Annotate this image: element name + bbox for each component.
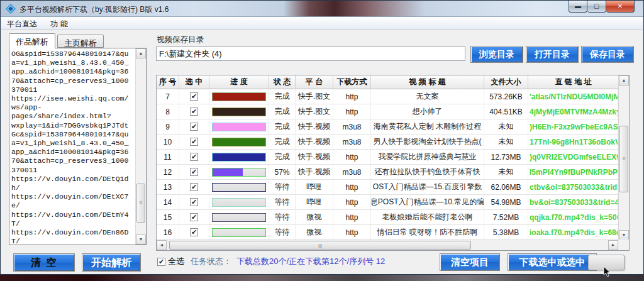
row-title: 想小帅了 xyxy=(371,104,484,119)
row-status: 等待 xyxy=(269,195,296,209)
progress-bar xyxy=(212,183,266,192)
progress-bar xyxy=(212,153,266,162)
row-seq: 13 xyxy=(157,180,179,194)
table-row[interactable]: 11 ✔ 完成 快手.视频 http 我爱学院比拼原神盛典与慧业 12.73MB… xyxy=(157,150,618,165)
row-seq: 12 xyxy=(157,165,179,179)
table-row[interactable]: 8 ✔ 完成 快手.图文 http 想小帅了 404.51KB 4jMyMjE0… xyxy=(157,104,618,119)
textarea-scrollbar[interactable]: ▲ ≡ ▼ xyxy=(135,48,146,245)
row-size: 未知 xyxy=(484,165,528,179)
col-method[interactable]: 下载方式 xyxy=(333,75,371,89)
clear-items-button[interactable]: 清空项目 xyxy=(440,253,500,271)
table-vscroll-thumb[interactable]: ≡ xyxy=(619,126,628,192)
row-progress-cell xyxy=(209,225,269,240)
app-icon xyxy=(6,4,16,14)
row-status: 57% xyxy=(269,165,296,179)
tab-work-parse[interactable]: 作品解析 xyxy=(9,33,55,48)
row-title: 海南黄花私人定制 木雕制作过程 xyxy=(371,119,484,134)
row-checkbox-cell: ✔ xyxy=(179,104,209,119)
scroll-up-icon[interactable]: ▲ xyxy=(136,48,146,58)
row-title: 我爱学院比拼原神盛典与慧业 xyxy=(371,150,484,164)
row-progress-cell xyxy=(209,195,269,209)
menu-item-platform[interactable]: 平台直达 xyxy=(1,17,43,30)
title-bar[interactable]: 多平台视频解析下载（by:孤影随行) B版 v1.6 ▬ ▢ ✕ xyxy=(1,1,643,17)
table-row[interactable]: 15 ✔ 等待 微视 http 老板娘婚后能不能打老公啊 7.52MB qqjk… xyxy=(157,210,618,225)
col-checked[interactable]: 选 中 xyxy=(179,75,209,89)
table-row[interactable]: 13 ✔ 等待 哔哩 http OST入门精品课—15.百度引擎数 62.06M… xyxy=(157,180,618,195)
table-vertical-scrollbar[interactable]: ▲ ≡ ▼ xyxy=(618,75,629,240)
download-selected-button[interactable]: 下载选中或选中 xyxy=(508,253,597,271)
row-seq: 7 xyxy=(157,89,179,104)
screen: 多平台视频解析下载（by:孤影随行) B版 v1.6 ▬ ▢ ✕ 平台直达 功 … xyxy=(0,0,644,281)
col-size[interactable]: 文件大小 xyxy=(484,75,528,89)
table-row[interactable]: 7 ✔ 完成 快手.图文 http 无文案 573.26KB 'atlas/NT… xyxy=(157,89,618,104)
row-status: 完成 xyxy=(269,119,296,134)
scroll-right-icon[interactable]: ► xyxy=(608,240,618,250)
table-header: 序 号 选 中 进 度 状 态 平 台 下载方式 视 频 标 题 文件大小 直 … xyxy=(157,75,618,89)
mouse-cursor xyxy=(603,267,611,278)
table-row[interactable]: 14 ✔ 等待 哔哩 http 息POST入门精品课—10.常见的编 54.98… xyxy=(157,195,618,210)
row-link: qqjka.f70.mp4?dis_k=5005ba xyxy=(528,210,618,224)
row-link: 'atlas/NTIzNDU5MDI0MjMw xyxy=(528,89,618,104)
row-size: 404.51KB xyxy=(484,104,528,119)
clear-button[interactable]: 清 空 xyxy=(13,253,75,272)
row-checkbox[interactable]: ✔ xyxy=(190,213,198,221)
row-progress-cell xyxy=(209,119,269,134)
select-all-checkbox[interactable]: ✔ xyxy=(157,258,165,266)
row-seq: 10 xyxy=(157,135,179,149)
row-checkbox-cell: ✔ xyxy=(179,135,209,149)
row-status: 等待 xyxy=(269,210,296,224)
download-table: 序 号 选 中 进 度 状 态 平 台 下载方式 视 频 标 题 文件大小 直 … xyxy=(156,75,630,251)
window-controls: ▬ ▢ ✕ xyxy=(569,1,635,13)
maximize-button[interactable]: ▢ xyxy=(587,1,606,13)
row-method: http xyxy=(333,150,371,164)
save-dir-input[interactable] xyxy=(156,47,465,61)
open-dir-button[interactable]: 打开目录 xyxy=(526,46,579,63)
row-checkbox[interactable]: ✔ xyxy=(190,123,198,131)
row-status: 等待 xyxy=(269,225,296,240)
row-checkbox[interactable]: ✔ xyxy=(190,138,198,146)
row-seq: 15 xyxy=(157,210,179,224)
row-method: http xyxy=(333,180,371,194)
col-title[interactable]: 视 频 标 题 xyxy=(371,75,484,89)
row-link: I5mPl4Yn9fBuPfNkRPbPUoYA xyxy=(528,165,618,179)
row-status: 完成 xyxy=(269,135,296,149)
scroll-down-icon[interactable]: ▼ xyxy=(136,234,146,245)
col-link[interactable]: 直 链 地 址 xyxy=(528,75,618,89)
progress-fill xyxy=(213,153,265,161)
save-dir-button[interactable]: 保存目录 xyxy=(581,46,634,63)
table-row[interactable]: 10 ✔ 完成 快手.视频 m3u8 男人快手影视淘金计划快手热点( 未知 17… xyxy=(157,135,618,150)
close-button[interactable]: ✕ xyxy=(606,1,635,13)
row-checkbox[interactable]: ✔ xyxy=(190,228,198,236)
col-status[interactable]: 状 态 xyxy=(269,75,296,89)
table-row[interactable]: 9 ✔ 完成 快手.视频 m3u8 海南黄花私人定制 木雕制作过程 未知 )H6… xyxy=(157,119,618,135)
row-status: 完成 xyxy=(269,150,296,164)
row-method: m3u8 xyxy=(333,119,371,134)
scroll-left-icon[interactable]: ◄ xyxy=(157,240,167,250)
row-checkbox[interactable]: ✔ xyxy=(190,92,198,101)
textarea-scroll-thumb[interactable]: ≡ xyxy=(136,184,145,223)
col-platform[interactable]: 平 台 xyxy=(296,75,333,89)
row-checkbox[interactable]: ✔ xyxy=(190,168,198,176)
row-checkbox[interactable]: ✔ xyxy=(190,183,198,191)
row-title: 无文案 xyxy=(371,89,484,104)
minimize-button[interactable]: ▬ xyxy=(569,1,587,13)
table-row[interactable]: 12 ✔ 57% 快手.视频 m3u8 还有拉拉队快手钓鱼快手体育快 未知 I5… xyxy=(157,165,618,180)
scroll-up-icon[interactable]: ▲ xyxy=(619,75,629,85)
tab-home-parse[interactable]: 主页解析 xyxy=(57,35,104,48)
col-progress[interactable]: 进 度 xyxy=(209,75,269,89)
row-checkbox[interactable]: ✔ xyxy=(190,153,198,161)
row-link: ctbv&oi=837503033&trid=6 xyxy=(528,180,618,194)
progress-bar xyxy=(212,138,266,146)
row-checkbox[interactable]: ✔ xyxy=(190,107,198,116)
row-checkbox[interactable]: ✔ xyxy=(190,198,198,206)
start-parse-button[interactable]: 开始解析 xyxy=(82,253,141,272)
menu-item-function[interactable]: 功 能 xyxy=(45,17,73,30)
url-textarea[interactable]: OG&spid=1538796448010147&qu a=v1_iph_wei… xyxy=(9,48,147,245)
table-horizontal-scrollbar[interactable]: ◄ ||| ► xyxy=(157,240,618,250)
browse-dir-button[interactable]: 浏览目录 xyxy=(470,46,523,63)
table-row[interactable]: 16 ✔ 等待 微视 http 情侣日常 哎呀呀！防不胜防啊 5.38MB io… xyxy=(157,225,618,240)
scroll-down-icon[interactable]: ▼ xyxy=(619,230,629,240)
col-seq[interactable]: 序 号 xyxy=(157,75,179,89)
table-hscroll-thumb[interactable]: ||| xyxy=(169,241,471,250)
row-size: 12.73MB xyxy=(484,150,528,164)
